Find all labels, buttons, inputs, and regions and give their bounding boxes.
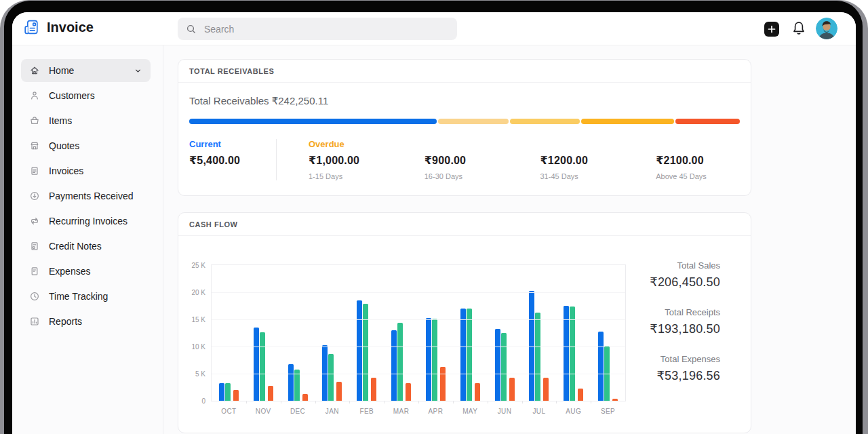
sidebar-item-label: Credit Notes xyxy=(49,241,102,252)
bar-sales-nov xyxy=(254,328,259,401)
overdue-amount: ₹1200.00 xyxy=(540,154,625,167)
sidebar-item-label: Payments Received xyxy=(49,191,134,201)
sidebar-item-label: Home xyxy=(49,65,74,76)
x-axis-tick xyxy=(315,401,316,403)
x-axis-label: JUL xyxy=(521,408,556,415)
payments-received-icon xyxy=(29,191,40,201)
x-axis-tick xyxy=(246,401,247,403)
recurring-invoices-icon xyxy=(29,216,40,226)
sidebar-item-quotes[interactable]: Quotes xyxy=(21,134,151,157)
sidebar-item-time-tracking[interactable]: Time Tracking xyxy=(21,285,151,308)
chart-group-may: MAY xyxy=(453,265,488,401)
x-axis-label: MAY xyxy=(453,408,488,415)
chart-group-dec: DEC xyxy=(281,265,315,401)
cash-flow-card: CASH FLOW OCTNOVDECJANFEBMARAPRMAYJUNJUL… xyxy=(178,212,751,433)
sidebar-item-label: Recurring Invoices xyxy=(49,216,127,226)
sidebar-item-credit-notes[interactable]: Credit Notes xyxy=(21,235,151,258)
bar-sales-sep xyxy=(598,332,604,401)
chart-group-mar: MAR xyxy=(384,265,418,401)
sidebar-item-invoices[interactable]: Invoices xyxy=(21,159,151,182)
cash-flow-chart: OCTNOVDECJANFEBMARAPRMAYJUNJULAUGSEP 25 … xyxy=(211,264,626,401)
receivables-segment-current xyxy=(189,119,437,124)
x-axis-label: FEB xyxy=(349,408,384,415)
sidebar-item-expenses[interactable]: Expenses xyxy=(21,260,151,283)
bar-sales-feb xyxy=(357,300,362,401)
x-axis-label: DEC xyxy=(281,408,315,415)
y-axis-tick: 10 K xyxy=(180,343,205,351)
create-new-button[interactable] xyxy=(764,22,779,37)
chart-group-sep: SEP xyxy=(591,265,625,401)
bar-receipts-jul xyxy=(535,313,540,401)
overdue-period: 1-15 Days xyxy=(309,172,393,180)
app-logo: Invoice xyxy=(22,18,94,37)
total-receivables-summary: Total Receivables ₹242,250.11 xyxy=(189,95,740,107)
x-axis-label: MAR xyxy=(384,408,418,415)
app-window: Invoice xyxy=(12,12,856,434)
chart-group-feb: FEB xyxy=(349,265,384,401)
bar-receipts-aug xyxy=(570,307,575,401)
total-label: Total Expenses xyxy=(650,354,720,364)
y-axis-tick: 25 K xyxy=(180,262,205,269)
bar-receipts-nov xyxy=(260,332,265,401)
chart-group-apr: APR xyxy=(418,265,453,401)
receivables-segment-overdue-1-15 xyxy=(438,119,508,124)
gridline xyxy=(212,347,625,347)
total-label: Total Sales xyxy=(650,260,720,271)
x-axis-label: SEP xyxy=(591,408,625,415)
bar-expenses-nov xyxy=(268,386,273,401)
sidebar-item-home[interactable]: Home xyxy=(21,59,151,82)
notifications-button[interactable] xyxy=(791,20,807,37)
overdue-amount: ₹1,000.00 xyxy=(309,154,393,167)
total-value: ₹53,196.56 xyxy=(650,368,720,383)
bar-sales-jul xyxy=(529,291,534,401)
quotes-icon xyxy=(29,140,40,151)
bar-expenses-mar xyxy=(406,383,411,401)
chevron-down-icon xyxy=(134,66,142,75)
sidebar-item-recurring-invoices[interactable]: Recurring Invoices xyxy=(21,210,151,233)
x-axis-tick xyxy=(418,401,419,403)
sidebar: HomeCustomersItemsQuotesInvoicesPayments… xyxy=(12,45,163,434)
user-avatar[interactable] xyxy=(816,18,837,39)
x-axis-tick xyxy=(281,401,281,403)
total-label: Total Receipts xyxy=(650,307,720,317)
time-tracking-icon xyxy=(29,291,40,302)
bar-receipts-mar xyxy=(397,323,403,401)
sidebar-item-items[interactable]: Items xyxy=(21,109,151,132)
home-icon xyxy=(29,65,40,76)
x-axis-label: OCT xyxy=(212,408,246,415)
x-axis-tick xyxy=(522,401,523,403)
column-label-spacer xyxy=(540,139,625,152)
search-input[interactable] xyxy=(203,23,449,35)
receivables-segment-overdue-above-45 xyxy=(675,119,740,124)
sidebar-item-reports[interactable]: Reports xyxy=(21,310,151,333)
bar-expenses-jul xyxy=(543,378,549,401)
bell-icon xyxy=(791,20,807,37)
bar-receipts-feb xyxy=(363,304,368,401)
bar-receipts-jun xyxy=(501,333,507,401)
chart-plot: OCTNOVDECJANFEBMARAPRMAYJUNJULAUGSEP xyxy=(212,265,625,401)
column-label-spacer xyxy=(425,139,509,152)
total-receivables-card-title: TOTAL RECEIVABLES xyxy=(178,60,751,83)
bar-expenses-aug xyxy=(578,389,583,401)
customers-icon xyxy=(29,90,40,101)
overdue-period: Above 45 Days xyxy=(656,172,740,180)
overdue-amount: ₹2100.00 xyxy=(656,154,740,167)
chart-group-nov: NOV xyxy=(246,265,281,401)
current-amount: ₹5,400.00 xyxy=(189,154,276,167)
sidebar-item-payments-received[interactable]: Payments Received xyxy=(21,184,151,208)
bar-expenses-feb xyxy=(371,378,376,401)
x-axis-label: JUN xyxy=(488,408,522,415)
sidebar-item-label: Reports xyxy=(49,316,82,327)
total-value: ₹193,180.50 xyxy=(650,321,720,336)
gridline xyxy=(212,319,625,320)
sidebar-item-customers[interactable]: Customers xyxy=(21,84,151,107)
x-axis-tick xyxy=(384,401,384,403)
sidebar-item-label: Quotes xyxy=(49,140,79,151)
total-total-receipts: Total Receipts₹193,180.50 xyxy=(650,307,720,336)
invoices-icon xyxy=(29,165,40,176)
current-label: Current xyxy=(189,139,276,152)
search-bar[interactable] xyxy=(178,18,457,40)
x-axis-tick xyxy=(488,401,488,403)
bar-sales-mar xyxy=(391,330,397,401)
bar-expenses-may xyxy=(475,383,480,401)
